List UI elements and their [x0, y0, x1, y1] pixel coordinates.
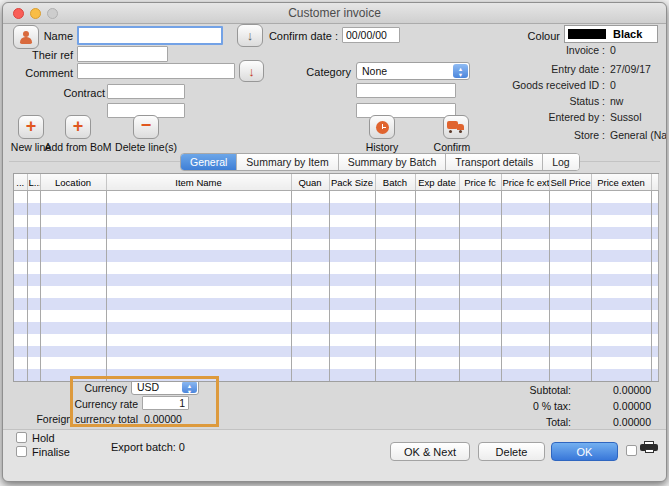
table-row[interactable] — [14, 357, 658, 369]
col-header[interactable]: Batch — [375, 174, 415, 191]
hold-label: Hold — [32, 432, 55, 444]
table-cell — [549, 286, 591, 298]
table-cell — [591, 369, 651, 381]
tab-bar: General Summary by Item Summary by Batch… — [180, 153, 580, 171]
table-cell — [14, 334, 27, 346]
table-row[interactable] — [14, 310, 658, 322]
tab-transport-details[interactable]: Transport details — [446, 154, 543, 170]
table-cell — [106, 369, 291, 381]
person-icon — [20, 31, 32, 44]
col-header[interactable]: L... — [27, 174, 40, 191]
table-row[interactable] — [14, 262, 658, 274]
comment-expand-button[interactable]: ↓ — [239, 60, 264, 82]
col-header[interactable]: Quan — [291, 174, 329, 191]
new-line-button[interactable]: + — [18, 115, 44, 139]
table-row[interactable] — [14, 203, 658, 215]
table-row[interactable] — [14, 215, 658, 227]
tab-general[interactable]: General — [181, 154, 237, 170]
table-row[interactable] — [14, 250, 658, 262]
col-header[interactable]: Sell Price — [549, 174, 591, 191]
colour-select[interactable]: Black — [564, 25, 658, 43]
table-cell — [329, 298, 375, 310]
table-cell — [415, 239, 459, 251]
col-header-spare — [651, 174, 658, 191]
table-cell — [106, 357, 291, 369]
currency-label: Currency — [67, 382, 127, 394]
col-header[interactable]: Exp date — [415, 174, 459, 191]
table-row[interactable] — [14, 286, 658, 298]
table-cell — [291, 369, 329, 381]
choose-customer-button[interactable] — [13, 25, 39, 49]
table-row[interactable] — [14, 227, 658, 239]
table-cell — [14, 369, 27, 381]
goods-received-id-label: Goods received ID : — [423, 79, 605, 91]
table-cell — [106, 274, 291, 286]
table-row[interactable] — [14, 334, 658, 346]
table-cell — [549, 357, 591, 369]
col-header[interactable]: Pack Size — [329, 174, 375, 191]
status-label: Status : — [423, 95, 605, 107]
table-cell — [591, 322, 651, 334]
print-checkbox[interactable] — [626, 445, 637, 456]
table-cell — [591, 262, 651, 274]
table-cell — [291, 286, 329, 298]
col-header[interactable]: Item Name — [106, 174, 291, 191]
table-cell — [501, 250, 549, 262]
print-button[interactable] — [640, 441, 658, 456]
contract-input[interactable] — [107, 84, 185, 99]
ok-next-button[interactable]: OK & Next — [390, 442, 470, 461]
table-cell — [651, 227, 658, 239]
category-label: Category — [303, 66, 351, 78]
table-cell — [27, 262, 40, 274]
their-ref-input[interactable] — [77, 46, 168, 62]
finalise-checkbox[interactable] — [16, 446, 27, 457]
delete-button[interactable]: Delete — [478, 442, 545, 461]
colour-value: Black — [613, 28, 642, 40]
table-cell — [291, 310, 329, 322]
table-cell — [651, 322, 658, 334]
col-header[interactable]: Location — [40, 174, 106, 191]
ok-button[interactable]: OK — [551, 442, 618, 461]
tab-summary-by-item[interactable]: Summary by Item — [237, 154, 338, 170]
hold-checkbox[interactable] — [16, 432, 27, 443]
history-button[interactable] — [369, 115, 395, 139]
table-cell — [291, 239, 329, 251]
col-header[interactable]: ... — [14, 174, 27, 191]
table-cell — [27, 298, 40, 310]
table-cell — [651, 357, 658, 369]
table-row[interactable] — [14, 298, 658, 310]
confirm-button[interactable] — [443, 115, 469, 139]
col-header[interactable]: Price fc — [459, 174, 501, 191]
table-cell — [27, 286, 40, 298]
confirm-date-input[interactable] — [342, 27, 400, 43]
currency-rate-label: Currency rate — [48, 398, 138, 410]
table-cell — [106, 203, 291, 215]
name-input[interactable] — [77, 26, 223, 45]
table-row[interactable] — [14, 346, 658, 358]
currency-rate-input[interactable] — [142, 396, 189, 410]
table-cell — [27, 357, 40, 369]
table-row[interactable] — [14, 191, 658, 203]
table-cell — [591, 298, 651, 310]
table-row[interactable] — [14, 239, 658, 251]
table-cell — [501, 322, 549, 334]
col-header[interactable]: Price fc ext — [501, 174, 549, 191]
add-from-bom-button[interactable]: + — [65, 115, 91, 139]
table-cell — [459, 334, 501, 346]
delete-lines-button[interactable]: − — [133, 115, 159, 139]
table-cell — [40, 274, 106, 286]
col-header[interactable]: Price exten — [591, 174, 651, 191]
table-row[interactable] — [14, 322, 658, 334]
table-cell — [291, 298, 329, 310]
tab-summary-by-batch[interactable]: Summary by Batch — [339, 154, 447, 170]
table-row[interactable] — [14, 274, 658, 286]
table-cell — [415, 274, 459, 286]
status-value: nw — [610, 95, 623, 107]
tab-log[interactable]: Log — [543, 154, 579, 170]
total-label: Total: — [491, 416, 571, 428]
table-cell — [329, 227, 375, 239]
table-cell — [591, 334, 651, 346]
table-row[interactable] — [14, 369, 658, 381]
comment-input[interactable] — [77, 63, 235, 79]
table-cell — [375, 227, 415, 239]
